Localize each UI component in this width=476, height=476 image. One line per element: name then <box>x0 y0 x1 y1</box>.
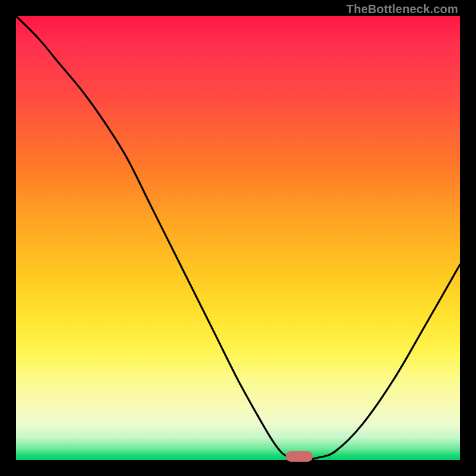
bottleneck-curve <box>0 0 476 476</box>
watermark-text: TheBottleneck.com <box>346 2 458 16</box>
optimum-marker <box>286 451 313 462</box>
chart-frame: TheBottleneck.com <box>0 0 476 476</box>
